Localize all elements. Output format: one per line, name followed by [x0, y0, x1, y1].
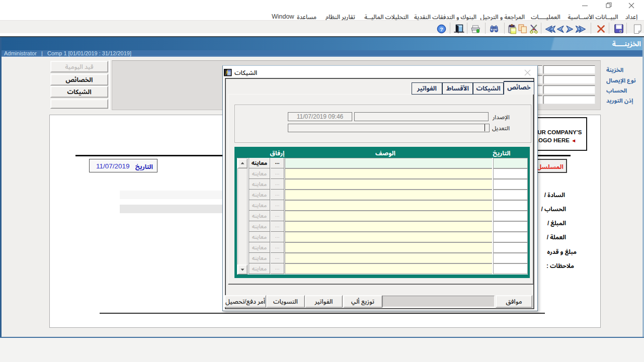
svg-text:?: ?: [440, 27, 443, 33]
